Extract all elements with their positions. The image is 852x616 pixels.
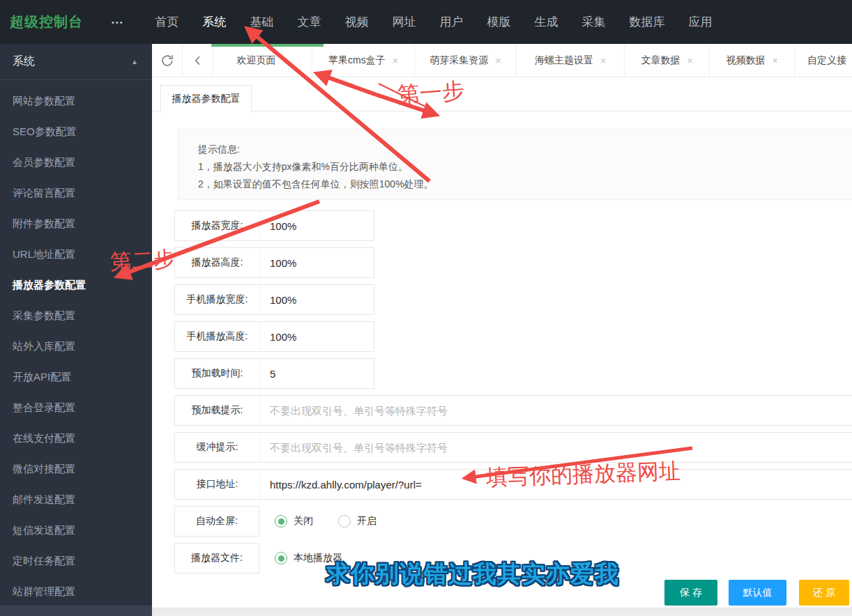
more-menu-icon[interactable]: ••• [112, 18, 124, 26]
field-label: 自动全屏: [174, 506, 259, 537]
tab-label: 苹果cms盒子 [328, 54, 386, 67]
preload-tip-input[interactable] [260, 396, 852, 425]
field-label: 缓冲提示: [175, 433, 260, 462]
player-settings-form: 播放器宽度: 播放器高度: 手机播放宽度: 手机播放高度: 预加载时间: 预加载… [174, 210, 852, 580]
api-url-input[interactable] [260, 470, 852, 499]
nav-item-basic[interactable]: 基础 [238, 0, 286, 44]
mobile-height-input[interactable] [260, 322, 418, 351]
tab-label: 萌芽采集资源 [429, 54, 488, 67]
field-label: 手机播放宽度: [175, 285, 260, 314]
sidebar-item-scheduled-tasks[interactable]: 定时任务配置 [0, 546, 152, 576]
nav-item-app[interactable]: 应用 [677, 0, 724, 44]
notice-box: 提示信息: 1，播放器大小支持px像素和%百分比两种单位。 2，如果设置的值不包… [178, 129, 852, 200]
sidebar-item-external-storage[interactable]: 站外入库配置 [0, 331, 152, 362]
player-width-input[interactable] [260, 211, 418, 240]
field-row-buffer-tip: 缓冲提示: [174, 432, 852, 463]
top-nav: 超级控制台 ••• 首页 系统 基础 文章 视频 网址 用户 模版 生成 采集 … [0, 0, 852, 44]
sidebar-item-member-params[interactable]: 会员参数配置 [0, 147, 152, 178]
chevron-left-icon [191, 54, 205, 68]
sidebar-item-integrated-login[interactable]: 整合登录配置 [0, 392, 152, 423]
radio-on[interactable] [338, 515, 351, 528]
nav-item-video[interactable]: 视频 [333, 0, 381, 44]
field-row-preload-time: 预加载时间: [174, 358, 374, 389]
nav-item-url[interactable]: 网址 [381, 0, 428, 44]
sidebar-item-site-params[interactable]: 网站参数配置 [0, 86, 152, 116]
page-tab-bar: 欢迎页面 × 苹果cms盒子 × 萌芽采集资源 × 海螺主题设置 × 文章数据 … [152, 44, 852, 77]
notice-line: 2，如果设置的值不包含任何单位，则按照100%处理。 [198, 176, 852, 193]
app-logo: 超级控制台 [0, 13, 112, 31]
main-content: 欢迎页面 × 苹果cms盒子 × 萌芽采集资源 × 海螺主题设置 × 文章数据 … [152, 44, 852, 616]
sidebar-item-comment-config[interactable]: 评论留言配置 [0, 178, 152, 208]
radio-label: 开启 [357, 515, 376, 528]
nav-item-database[interactable]: 数据库 [618, 0, 677, 44]
close-icon[interactable]: × [772, 55, 777, 66]
default-values-button[interactable]: 默认值 [729, 580, 786, 606]
sidebar-group-system[interactable]: 系统 ▲ [0, 44, 152, 80]
mobile-width-input[interactable] [260, 285, 418, 314]
sidebar-item-email[interactable]: 邮件发送配置 [0, 484, 152, 515]
notice-line: 1，播放器大小支持px像素和%百分比两种单位。 [198, 158, 852, 176]
inner-tab-strip: 播放器参数配置 [152, 85, 852, 111]
auto-fullscreen-options: 关闭 开启 [275, 506, 376, 537]
save-button[interactable]: 保 存 [664, 580, 717, 606]
collapse-arrow-icon: ▲ [131, 58, 138, 66]
tab-hailuo-theme[interactable]: 海螺主题设置 × [517, 44, 625, 77]
buffer-tip-input[interactable] [260, 433, 852, 462]
tab-video-data[interactable]: 视频数据 × [710, 44, 795, 77]
tab-welcome[interactable]: 欢迎页面 × [213, 44, 312, 77]
footer-strip [152, 608, 852, 616]
close-icon[interactable]: × [600, 55, 606, 66]
close-icon[interactable]: × [282, 55, 288, 66]
preload-time-input[interactable] [260, 359, 418, 388]
nav-item-generate[interactable]: 生成 [523, 0, 570, 44]
nav-item-user[interactable]: 用户 [428, 0, 476, 44]
refresh-button[interactable] [152, 44, 183, 77]
tab-label: 海螺主题设置 [535, 54, 593, 67]
radio-local-player[interactable] [275, 552, 287, 564]
sidebar-item-wechat[interactable]: 微信对接配置 [0, 454, 152, 484]
close-icon[interactable]: × [495, 55, 501, 66]
refresh-icon [160, 53, 175, 68]
inner-tab-player-params[interactable]: 播放器参数配置 [160, 85, 252, 112]
player-file-options: 本地播放器 [275, 543, 342, 573]
nav-item-article[interactable]: 文章 [286, 0, 333, 44]
tab-label: 文章数据 [641, 54, 680, 67]
sidebar-item-site-group[interactable]: 站群管理配置 [0, 576, 152, 607]
sidebar-item-open-api[interactable]: 开放API配置 [0, 362, 152, 392]
close-icon[interactable]: × [393, 55, 398, 66]
nav-item-collect[interactable]: 采集 [570, 0, 618, 44]
tab-label: 自定义接 [807, 54, 846, 67]
sidebar-item-collect-params[interactable]: 采集参数配置 [0, 300, 152, 331]
field-label: 手机播放高度: [175, 322, 260, 351]
tab-custom-api[interactable]: 自定义接 [795, 44, 852, 77]
field-row-auto-fullscreen: 自动全屏: 关闭 开启 [174, 506, 852, 537]
field-row-player-file: 播放器文件: 本地播放器 [174, 543, 852, 573]
tab-label: 欢迎页面 [236, 54, 275, 67]
radio-off[interactable] [275, 515, 287, 528]
tab-applecms-box[interactable]: 苹果cms盒子 × [312, 44, 415, 77]
sidebar-items: 网站参数配置 SEO参数配置 会员参数配置 评论留言配置 附件参数配置 URL地… [0, 80, 152, 607]
restore-button[interactable]: 还 原 [799, 580, 849, 606]
sidebar-item-sms[interactable]: 短信发送配置 [0, 515, 152, 546]
sidebar-item-attachment-params[interactable]: 附件参数配置 [0, 208, 152, 239]
field-label: 播放器高度: [175, 248, 260, 277]
sidebar-item-seo-params[interactable]: SEO参数配置 [0, 116, 152, 147]
sidebar-item-player-params[interactable]: 播放器参数配置 [0, 270, 152, 300]
field-label: 接口地址: [175, 470, 260, 499]
sidebar-item-online-payment[interactable]: 在线支付配置 [0, 423, 152, 454]
tab-label: 视频数据 [726, 54, 765, 67]
sidebar-item-url-config[interactable]: URL地址配置 [0, 239, 152, 270]
nav-item-template[interactable]: 模版 [476, 0, 523, 44]
radio-label: 本地播放器 [294, 552, 342, 564]
nav-item-home[interactable]: 首页 [144, 0, 191, 44]
close-icon[interactable]: × [687, 55, 692, 66]
tab-mengya-resource[interactable]: 萌芽采集资源 × [415, 44, 517, 77]
tab-article-data[interactable]: 文章数据 × [625, 44, 710, 77]
field-row-api-url: 接口地址: [174, 469, 852, 500]
back-button[interactable] [183, 44, 213, 77]
field-row-player-width: 播放器宽度: [174, 210, 374, 241]
nav-item-system[interactable]: 系统 [191, 0, 238, 44]
notice-title: 提示信息: [198, 141, 852, 158]
player-height-input[interactable] [260, 248, 418, 277]
sidebar: 系统 ▲ 网站参数配置 SEO参数配置 会员参数配置 评论留言配置 附件参数配置… [0, 44, 152, 616]
